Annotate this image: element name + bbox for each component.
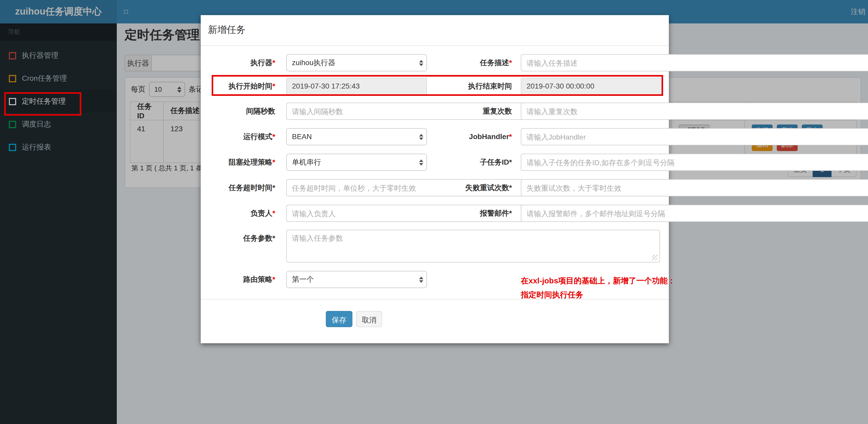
start-time-label: 执行开始时间* [201,77,275,95]
route-strategy-label: 路由策略* [201,271,275,288]
select-caret-icon [419,134,423,140]
child-task-label: 子任务ID* [427,154,512,171]
route-strategy-select[interactable]: 第一个 [286,271,427,288]
retry-input[interactable] [521,179,868,196]
end-time-label: 执行结束时间 [427,77,512,95]
repeat-input[interactable] [521,103,868,120]
run-mode-label: 运行模式* [201,128,275,145]
block-strategy-select[interactable]: 单机串行 [286,154,427,171]
route-strategy-select-value: 第一个 [292,275,314,283]
block-strategy-select-value: 单机串行 [292,158,321,166]
modal-title: 新增任务 [208,24,246,36]
owner-label: 负责人* [201,205,275,222]
app-window: zuihou任务调度中心 □ 注销 导航 执行器管理 Cron任务管理 定时任务… [0,0,868,424]
jobhandler-label: JobHandler* [427,128,512,145]
task-params-textarea[interactable] [286,230,660,263]
timeout-label: 任务超时时间* [201,179,275,196]
select-caret-icon [419,159,423,165]
task-desc-label: 任务描述* [427,54,512,71]
executor-select[interactable]: zuihou执行器 [286,54,427,71]
run-mode-select-value: BEAN [292,132,312,141]
modal-footer-divider [201,299,669,299]
save-button[interactable]: 保存 [326,311,352,327]
annotation-note-line1: 在xxl-jobs项目的基础上，新增了一个功能： [521,273,675,288]
start-time-input[interactable]: 2019-07-30 17:25:43 [286,77,427,95]
task-desc-input[interactable] [521,54,868,71]
executor-select-value: zuihou执行器 [292,58,336,67]
retry-label: 失败重试次数* [427,179,512,196]
annotation-note: 在xxl-jobs项目的基础上，新增了一个功能： 指定时间执行任务 [521,273,675,302]
executor-label: 执行器* [201,54,275,71]
select-caret-icon [419,60,423,66]
interval-label: 间隔秒数 [201,103,275,120]
repeat-label: 重复次数 [427,103,512,120]
modal-header-divider [201,45,669,46]
run-mode-select[interactable]: BEAN [286,128,427,145]
block-strategy-label: 阻塞处理策略* [201,154,275,171]
jobhandler-input[interactable] [521,128,868,145]
task-params-label: 任务参数* [201,230,275,247]
add-task-modal: 新增任务 执行器* zuihou执行器 任务描述* 执行开始时间* 2019-0… [201,15,669,343]
child-task-input[interactable] [521,154,868,171]
alarm-email-label: 报警邮件* [427,205,512,222]
end-time-input[interactable]: 2019-07-30 00:00:00 [521,77,662,95]
cancel-button[interactable]: 取消 [356,311,382,327]
alarm-email-input[interactable] [521,205,868,222]
select-caret-icon [419,276,423,283]
